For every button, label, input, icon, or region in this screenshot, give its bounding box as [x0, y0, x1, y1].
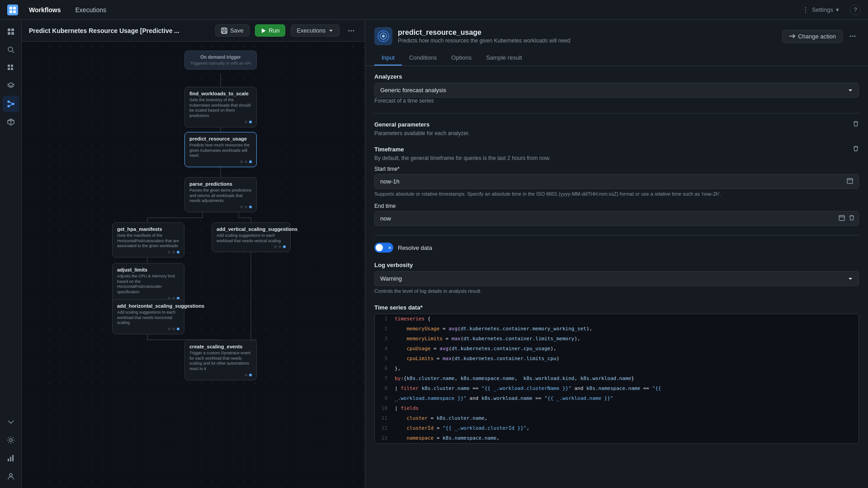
settings-button[interactable]: Settings ▾ — [798, 5, 843, 15]
tab-sample-result[interactable]: Sample result — [479, 51, 529, 66]
svg-rect-2 — [9, 10, 12, 13]
help-icon-symbol: ? — [854, 6, 857, 13]
node-predict-desc: Predicts how much resources the given Ku… — [189, 143, 252, 159]
action-icon — [374, 27, 392, 45]
node-adjust-limits[interactable]: adjust_limits Adjusts the CPU & Memory l… — [112, 263, 184, 304]
change-action-label: Change action — [798, 33, 836, 40]
divider-1 — [374, 113, 859, 113]
help-button[interactable]: ? — [850, 5, 861, 15]
log-verbosity-section: Log verbosity Warning Controls the level… — [374, 262, 859, 295]
workflow-canvas[interactable]: Predict Kubernetes Resource Usage [Predi… — [22, 20, 365, 488]
tab-options[interactable]: Options — [444, 51, 479, 66]
sidebar-icon-search[interactable] — [3, 42, 19, 58]
end-time-input[interactable] — [380, 211, 837, 225]
tab-input[interactable]: Input — [374, 51, 402, 66]
analyzers-select[interactable]: Generic forecast analysis — [374, 83, 859, 98]
sidebar-icon-settings[interactable] — [3, 432, 19, 448]
end-time-delete[interactable] — [849, 215, 855, 222]
svg-point-41 — [852, 36, 854, 37]
node-create-scaling[interactable]: create_scaling_events Trigger a custom D… — [184, 340, 257, 380]
app-logo — [7, 5, 18, 15]
node-dot-5 — [249, 160, 252, 163]
executions-button[interactable]: Executions — [291, 24, 340, 37]
timeframe-delete[interactable] — [853, 145, 859, 153]
right-panel-body[interactable]: Analyzers Generic forecast analysis Fore… — [365, 66, 868, 488]
panel-more-button[interactable] — [846, 30, 859, 42]
svg-point-40 — [850, 36, 851, 37]
start-time-input-wrapper[interactable] — [374, 174, 859, 189]
node-add-horizontal[interactable]: add_horizontal_scaling_suggestions Add s… — [112, 299, 184, 334]
svg-rect-10 — [8, 65, 10, 67]
node-trigger-title: On demand trigger — [189, 55, 252, 60]
svg-rect-1 — [13, 7, 16, 9]
workflow-more-button[interactable] — [345, 24, 358, 37]
node-trigger-subtitle: Triggered manually or with an API — [189, 61, 252, 66]
svg-rect-28 — [222, 31, 226, 33]
resolve-data-toggle[interactable]: ✕ — [374, 243, 393, 253]
end-time-label-row: End time — [374, 203, 859, 209]
start-time-input[interactable] — [380, 174, 845, 188]
time-series-section: Time series data* 1 timeseries { 2 memor… — [374, 304, 859, 444]
node-find-workloads-desc: Gets the inventory of the Kubernetes wor… — [189, 98, 252, 119]
start-time-calendar-icon[interactable] — [845, 176, 855, 187]
sidebar-icon-home[interactable] — [3, 23, 19, 40]
svg-rect-4 — [8, 28, 10, 31]
tab-conditions[interactable]: Conditions — [402, 51, 444, 66]
sidebar-icon-chart[interactable] — [3, 450, 19, 466]
sidebar-icon-workflows[interactable] — [3, 96, 19, 112]
node-trigger[interactable]: On demand trigger Triggered manually or … — [184, 51, 257, 70]
general-params-title: General parameters — [374, 121, 429, 128]
log-verbosity-label: Log verbosity — [374, 262, 859, 268]
start-time-field: Start time* — [374, 166, 859, 197]
start-time-label: Start time* — [374, 166, 859, 172]
save-button[interactable]: Save — [215, 24, 250, 37]
end-time-input-wrapper[interactable] — [374, 211, 859, 226]
node-dot-8 — [249, 206, 252, 208]
svg-point-29 — [349, 30, 350, 31]
executions-label: Executions — [297, 27, 326, 34]
sidebar-icon-apps[interactable] — [3, 60, 19, 76]
sidebar-icon-box[interactable] — [3, 114, 19, 130]
log-verbosity-hint: Controls the level of log details in ana… — [374, 288, 859, 295]
svg-point-30 — [351, 30, 352, 31]
resolve-data-section: ✕ Resolve data — [374, 243, 859, 253]
content-area: Predict Kubernetes Resource Usage [Predi… — [22, 20, 868, 488]
action-header: predict_resource_usage Predicts how much… — [374, 27, 859, 45]
node-parse-predictions[interactable]: parse_predictions Parses the given items… — [184, 177, 257, 212]
code-editor[interactable]: 1 timeseries { 2 memoryUsage = avg(dt.ku… — [374, 314, 859, 444]
resolve-data-label: Resolve data — [398, 244, 432, 251]
node-dot-13 — [278, 245, 281, 248]
node-create-title: create_scaling_events — [189, 344, 252, 349]
end-time-calendar-icon[interactable] — [837, 213, 847, 224]
node-add-vertical[interactable]: add_vertical_scaling_suggestions Add sca… — [212, 222, 291, 252]
run-button[interactable]: Run — [255, 24, 286, 37]
change-action-button[interactable]: Change action — [782, 30, 843, 43]
node-dot-9 — [168, 251, 170, 253]
timeframe-section: Timeframe By default, the general timefr… — [374, 145, 859, 226]
general-params-desc: Parameters available for each analyzer. — [374, 130, 859, 136]
code-line-5: 5 cpuLimits = max(dt.kubernetes.containe… — [375, 354, 859, 364]
timeframe-title: Timeframe — [374, 146, 404, 153]
node-find-workloads[interactable]: find_workloads_to_scale Gets the invento… — [184, 87, 257, 127]
node-dot-4 — [245, 160, 247, 163]
divider-2 — [374, 235, 859, 235]
sidebar-icon-user[interactable] — [3, 468, 19, 484]
svg-point-25 — [9, 474, 12, 476]
sidebar-icon-layers[interactable] — [3, 78, 19, 94]
nav-workflows[interactable]: Workflows — [25, 5, 65, 15]
general-params-delete[interactable] — [853, 121, 859, 128]
node-predict-resource[interactable]: predict_resource_usage Predicts how much… — [184, 132, 257, 167]
log-verbosity-value: Warning — [380, 275, 402, 282]
nav-executions[interactable]: Executions — [72, 5, 110, 15]
log-verbosity-select[interactable]: Warning — [374, 271, 859, 286]
code-line-7: 7 by:{k8s.cluster.name, k8s.namespace.na… — [375, 374, 859, 384]
code-line-3: 3 memoryLimits = max(dt.kubernetes.conta… — [375, 334, 859, 344]
node-create-icons — [189, 374, 252, 376]
node-dot-18 — [168, 328, 170, 330]
svg-rect-3 — [13, 10, 16, 13]
sidebar-icon-expand[interactable] — [3, 414, 19, 430]
code-line-1: 1 timeseries { — [375, 314, 859, 324]
node-get-hpa[interactable]: get_hpa_manifests Gets the manifests of … — [112, 222, 184, 258]
settings-label: Settings — [812, 6, 833, 13]
node-vertical-title: add_vertical_scaling_suggestions — [217, 226, 286, 232]
